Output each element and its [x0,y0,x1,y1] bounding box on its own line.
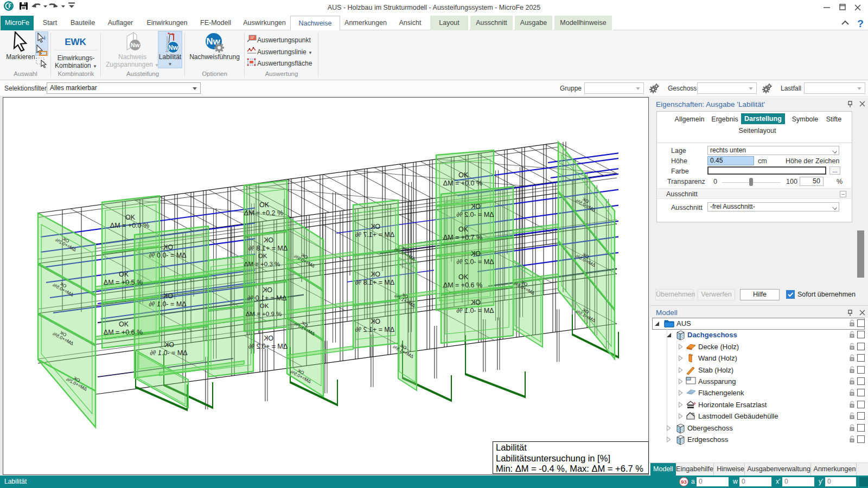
svg-text:OK: OK [263,236,273,244]
svg-text:OK: OK [470,250,481,258]
svg-text:ΔM = +0.2 %: ΔM = +0.2 % [248,343,288,350]
svg-text:OK: OK [370,271,380,278]
svg-text:OK: OK [458,171,469,179]
svg-text:ΔM = +1.8 %: ΔM = +1.8 % [248,245,288,252]
svg-text:OK: OK [470,203,481,210]
svg-text:ΔM = +0.5 %: ΔM = +0.5 % [104,279,143,286]
svg-text:ΔM = +0.2 %: ΔM = +0.2 % [244,209,283,217]
svg-text:OK: OK [458,226,469,233]
svg-text:OK: OK [259,201,270,209]
svg-text:ΔM = +0.6 %: ΔM = +0.6 % [104,329,143,336]
svg-text:OK: OK [164,341,174,349]
svg-text:OK: OK [263,335,273,342]
svg-text:ΔM = -0.1 %: ΔM = -0.1 % [150,349,187,357]
svg-text:Nw: Nw [131,42,140,48]
svg-text:ΔM = -0.2 %: ΔM = -0.2 % [456,258,494,266]
svg-text:OK: OK [370,223,380,230]
svg-text:OK: OK [163,243,173,251]
svg-text:OK: OK [163,292,173,300]
svg-text:OK: OK [458,273,469,281]
svg-text:?: ? [857,18,864,28]
svg-text:ΔM = +1.2 %: ΔM = +1.2 % [355,326,394,333]
svg-text:ΔM = +0.6 %: ΔM = +0.6 % [443,281,482,289]
svg-text:ΔM = +0.0 %: ΔM = +0.0 % [110,222,149,229]
svg-text:Nw: Nw [168,44,178,52]
svg-text:ΔM = +0.7 %: ΔM = +0.7 % [443,234,482,241]
svg-text:ΔM = -0.1 %: ΔM = -0.1 % [456,307,494,314]
svg-text:ΔM = -0.1 %: ΔM = -0.1 % [149,300,186,308]
svg-text:OK: OK [470,299,481,306]
svg-text:ΔM = +0.0 %: ΔM = +0.0 % [443,179,482,187]
svg-text:ΔM = +0.3 %: ΔM = +0.3 % [244,261,280,267]
svg-text:ΔM = +1.7 %: ΔM = +1.7 % [355,231,394,239]
svg-text:OK: OK [262,286,272,294]
svg-text:ΔM = -0.0 %: ΔM = -0.0 % [149,252,186,259]
svg-text:ΔM = -0.2 %: ΔM = -0.2 % [456,211,494,219]
svg-text:i: i [44,35,46,41]
svg-text:OK: OK [119,271,129,278]
svg-text:OK: OK [370,318,380,325]
svg-text:ΔM = +1.8 %: ΔM = +1.8 % [355,279,394,286]
svg-text:OK: OK [125,214,136,221]
svg-text:OK: OK [119,320,129,328]
svg-text:OK: OK [260,303,269,309]
svg-text:ΔM = +0.9 %: ΔM = +0.9 % [246,311,282,317]
svg-text:ΔM = +1.0 %: ΔM = +1.0 % [247,294,286,302]
svg-text:OK: OK [258,253,267,259]
